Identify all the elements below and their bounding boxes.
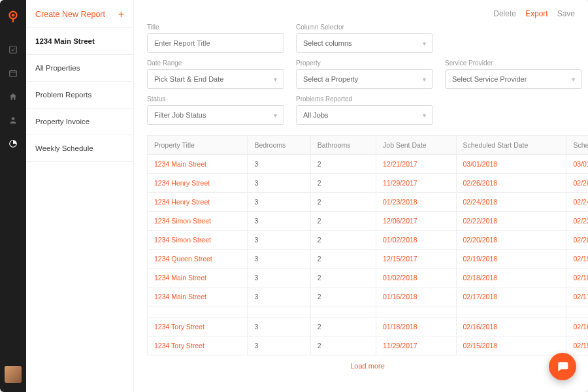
nav-calendar-icon[interactable] bbox=[0, 61, 26, 85]
table-cell: 03/01/2018 bbox=[456, 155, 566, 174]
delete-button[interactable]: Delete bbox=[493, 9, 516, 18]
svg-point-1 bbox=[12, 14, 15, 17]
table-cell: 3 bbox=[248, 231, 310, 250]
results-table: Property TitleBedroomsBathroomsJob Sent … bbox=[147, 135, 588, 355]
table-cell: 1234 Queen Street bbox=[148, 250, 248, 269]
date-range-dropdown[interactable]: Pick Start & End Date ▾ bbox=[147, 69, 284, 89]
table-cell: 2 bbox=[310, 269, 376, 287]
table-cell: 01/02/2018 bbox=[376, 269, 456, 287]
table-cell: 3 bbox=[248, 336, 310, 355]
title-label: Title bbox=[147, 24, 284, 31]
column-selector-dropdown[interactable]: Select columns ▾ bbox=[296, 33, 433, 53]
table-cell: 1234 Tory Street bbox=[148, 336, 248, 355]
table-row: 1234 Henry Street3211/29/201702/26/20180… bbox=[148, 174, 589, 193]
table-cell: 1234 Henry Street bbox=[148, 193, 248, 212]
filters-panel: Title Column Selector Select columns ▾ D… bbox=[134, 24, 588, 131]
table-cell: 2 bbox=[310, 231, 376, 250]
table-cell: 3 bbox=[248, 318, 310, 336]
sidebar-report-item[interactable]: Property Invoice bbox=[26, 108, 133, 135]
nav-user-icon[interactable] bbox=[0, 108, 26, 132]
svg-rect-2 bbox=[10, 46, 17, 54]
load-more-button[interactable]: Load more bbox=[147, 355, 588, 376]
export-button[interactable]: Export bbox=[525, 9, 548, 18]
table-cell: 12/21/2017 bbox=[376, 155, 456, 174]
table-cell: 02/16/2018 bbox=[456, 318, 566, 336]
service-provider-label: Service Provider bbox=[445, 59, 582, 67]
status-value: Filter Job Status bbox=[154, 111, 206, 119]
status-dropdown[interactable]: Filter Job Status ▾ bbox=[147, 105, 284, 125]
table-cell: 02/19/2018 bbox=[456, 250, 566, 269]
table-cell: 2 bbox=[310, 250, 376, 269]
chevron-down-icon: ▾ bbox=[274, 76, 277, 83]
table-cell: 02/19/2018 bbox=[566, 250, 588, 269]
table-cell: 1234 Main Street bbox=[148, 269, 248, 287]
table-cell bbox=[310, 306, 376, 318]
table-cell bbox=[566, 306, 588, 318]
sidebar-report-item[interactable]: All Properties bbox=[26, 55, 133, 82]
table-row: 1234 Tory Street3201/18/201802/16/201802… bbox=[148, 318, 589, 336]
table-cell: 01/02/2018 bbox=[376, 231, 456, 250]
action-bar: Delete Export Save bbox=[134, 0, 588, 24]
chat-launcher-button[interactable] bbox=[549, 353, 576, 380]
table-cell: 2 bbox=[310, 318, 376, 336]
table-cell: 3 bbox=[248, 250, 310, 269]
nav-home-icon[interactable] bbox=[0, 85, 26, 108]
table-row: 1234 Main Street3201/02/201802/18/201802… bbox=[148, 269, 589, 287]
save-button[interactable]: Save bbox=[557, 9, 575, 18]
svg-rect-3 bbox=[10, 71, 17, 76]
user-avatar[interactable] bbox=[5, 366, 22, 383]
chevron-down-icon: ▾ bbox=[423, 40, 426, 47]
column-selector-value: Select columns bbox=[303, 39, 352, 47]
table-cell: 12/06/2017 bbox=[376, 212, 456, 231]
table-cell: 1234 Tory Street bbox=[148, 318, 248, 336]
table-cell bbox=[148, 306, 248, 318]
chevron-down-icon: ▾ bbox=[274, 112, 277, 119]
service-provider-dropdown[interactable]: Select Service Provider ▾ bbox=[445, 69, 582, 89]
date-range-label: Date Range bbox=[147, 59, 284, 67]
table-cell: 02/17/2018 bbox=[566, 287, 588, 306]
property-value: Select a Property bbox=[303, 75, 358, 83]
table-cell: 02/20/2018 bbox=[456, 231, 566, 250]
table-cell: 02/22/2018 bbox=[566, 212, 588, 231]
property-label: Property bbox=[296, 59, 433, 67]
table-row: 1234 Main Street3212/21/201703/01/201803… bbox=[148, 155, 589, 174]
table-cell: 12/15/2017 bbox=[376, 250, 456, 269]
table-cell: 02/18/2018 bbox=[566, 269, 588, 287]
table-row bbox=[148, 306, 589, 318]
table-cell: 02/16/2018 bbox=[566, 318, 588, 336]
nav-check-icon[interactable] bbox=[0, 38, 26, 61]
problems-dropdown[interactable]: All Jobs ▾ bbox=[296, 105, 433, 125]
table-cell: 1234 Simon Street bbox=[148, 212, 248, 231]
table-cell: 2 bbox=[310, 212, 376, 231]
property-dropdown[interactable]: Select a Property ▾ bbox=[296, 69, 433, 89]
table-cell: 01/16/2018 bbox=[376, 287, 456, 306]
problems-label: Problems Reported bbox=[296, 95, 433, 103]
table-cell: 02/24/2018 bbox=[566, 193, 588, 212]
chevron-down-icon: ▾ bbox=[423, 76, 426, 83]
column-header: Scheduled Start Date bbox=[456, 136, 566, 155]
sidebar-report-item[interactable]: 1234 Main Street bbox=[26, 28, 133, 55]
table-row: 1234 Simon Street3212/06/201702/22/20180… bbox=[148, 212, 589, 231]
table-row: 1234 Queen Street3212/15/201702/19/20180… bbox=[148, 250, 589, 269]
table-cell: 1234 Main Street bbox=[148, 287, 248, 306]
svg-point-4 bbox=[12, 117, 15, 120]
table-row: 1234 Simon Street3201/02/201802/20/20180… bbox=[148, 231, 589, 250]
table-cell: 2 bbox=[310, 287, 376, 306]
sidebar-report-item[interactable]: Problem Reports bbox=[26, 82, 133, 108]
table-cell: 02/24/2018 bbox=[456, 193, 566, 212]
results-table-wrap[interactable]: Property TitleBedroomsBathroomsJob Sent … bbox=[147, 135, 588, 392]
report-title-input[interactable] bbox=[147, 33, 284, 53]
table-cell: 03/01/2018 bbox=[566, 155, 588, 174]
sidebar-report-item[interactable]: Weekly Schedule bbox=[26, 135, 133, 162]
column-header: Scheduled End Date bbox=[566, 136, 588, 155]
chevron-down-icon: ▾ bbox=[423, 112, 426, 119]
table-cell: 2 bbox=[310, 174, 376, 193]
table-cell: 02/26/2018 bbox=[566, 174, 588, 193]
add-report-button[interactable]: + bbox=[118, 9, 124, 20]
sidebar-title: Create New Report bbox=[35, 10, 105, 19]
nav-reports-icon[interactable] bbox=[0, 132, 26, 155]
table-cell: 02/15/2018 bbox=[456, 336, 566, 355]
status-label: Status bbox=[147, 95, 284, 103]
nav-rail bbox=[0, 0, 26, 392]
service-provider-value: Select Service Provider bbox=[452, 75, 527, 83]
